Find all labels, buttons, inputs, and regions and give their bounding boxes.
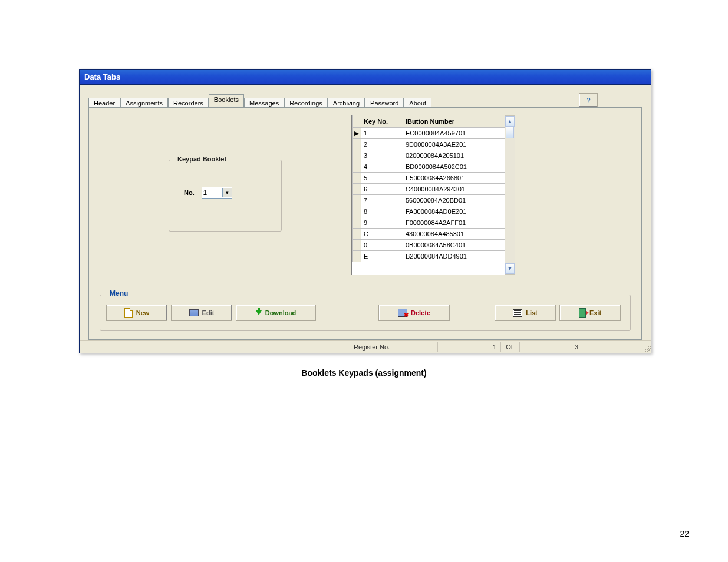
cell-ibutton: C40000084A294301 xyxy=(403,184,505,195)
resize-grip-icon[interactable] xyxy=(641,342,651,352)
list-button-label: List xyxy=(526,309,538,316)
row-selector[interactable] xyxy=(353,240,361,251)
cell-ibutton: E50000084A266801 xyxy=(403,173,505,184)
column-header-key-no[interactable]: Key No. xyxy=(361,115,403,128)
download-button[interactable]: Download xyxy=(236,305,316,321)
cell-key-no: 6 xyxy=(361,184,403,195)
cell-key-no: 8 xyxy=(361,206,403,217)
row-selector[interactable] xyxy=(353,195,361,206)
table-row[interactable]: 29D0000084A3AE201 xyxy=(353,139,505,150)
cell-key-no: 7 xyxy=(361,195,403,206)
status-bar: Register No. 1 Of 3 xyxy=(80,340,651,353)
delete-button-label: Delete xyxy=(411,309,430,316)
download-arrow-icon xyxy=(256,310,262,315)
table-row[interactable]: 8FA0000084AD0E201 xyxy=(353,206,505,217)
cell-key-no: E xyxy=(361,251,403,262)
tab-recorders[interactable]: Recorders xyxy=(168,98,209,108)
row-selector[interactable] xyxy=(353,206,361,217)
edit-icon xyxy=(189,309,199,316)
booklet-no-label: No. xyxy=(184,189,195,196)
row-selector[interactable] xyxy=(353,173,361,184)
status-total: 3 xyxy=(519,342,581,352)
table-row[interactable]: 00B0000084A58C401 xyxy=(353,240,505,251)
list-button[interactable]: List xyxy=(495,305,556,321)
tab-page-booklets: Keypad Booklet No. ▼ Key No. iButt xyxy=(88,107,642,340)
new-button-label: New xyxy=(136,309,150,316)
figure-caption: Booklets Keypads (assignment) xyxy=(0,368,728,378)
table-row[interactable]: 7560000084A20BD01 xyxy=(353,195,505,206)
row-selector[interactable] xyxy=(353,229,361,240)
client-area: ? HeaderAssignmentsRecordersBookletsMess… xyxy=(80,84,651,353)
grid-scrollbar[interactable]: ▲ ▼ xyxy=(505,115,515,275)
tab-assignments[interactable]: Assignments xyxy=(120,98,168,108)
page-number: 22 xyxy=(680,529,689,538)
tab-messages[interactable]: Messages xyxy=(244,98,284,108)
key-grid[interactable]: Key No. iButton Number ▶1EC0000084A45970… xyxy=(351,115,506,275)
tab-about[interactable]: About xyxy=(404,98,431,108)
new-file-icon xyxy=(124,308,133,318)
menu-legend: Menu xyxy=(107,289,130,297)
table-row[interactable]: 6C40000084A294301 xyxy=(353,184,505,195)
row-selector[interactable]: ▶ xyxy=(353,128,361,139)
cell-ibutton: BD0000084A502C01 xyxy=(403,161,505,173)
keypad-booklet-legend: Keypad Booklet xyxy=(175,156,229,163)
list-icon xyxy=(513,309,522,317)
booklet-no-combo[interactable]: ▼ xyxy=(202,187,232,199)
row-selector[interactable] xyxy=(353,150,361,161)
row-selector-header xyxy=(353,115,361,128)
tab-header[interactable]: Header xyxy=(88,98,120,108)
cell-ibutton: F00000084A2AFF01 xyxy=(403,217,505,229)
table-row[interactable]: ▶1EC0000084A459701 xyxy=(353,128,505,139)
table-row[interactable]: C430000084A485301 xyxy=(353,229,505,240)
row-selector[interactable] xyxy=(353,184,361,195)
cell-ibutton: FA0000084AD0E201 xyxy=(403,206,505,217)
edit-button-label: Edit xyxy=(202,309,215,316)
cell-key-no: 9 xyxy=(361,217,403,229)
row-selector[interactable] xyxy=(353,139,361,150)
exit-button[interactable]: Exit xyxy=(559,305,621,321)
scroll-down-icon[interactable]: ▼ xyxy=(505,263,515,274)
column-header-ibutton[interactable]: iButton Number xyxy=(403,115,505,128)
table-row[interactable]: 4BD0000084A502C01 xyxy=(353,161,505,173)
title-text: Data Tabs xyxy=(84,72,120,81)
cell-ibutton: B20000084ADD4901 xyxy=(403,251,505,262)
table-row[interactable]: 9F00000084A2AFF01 xyxy=(353,217,505,229)
cell-key-no: C xyxy=(361,229,403,240)
exit-door-icon xyxy=(579,308,586,318)
table-row[interactable]: EB20000084ADD4901 xyxy=(353,251,505,262)
cell-ibutton: 0B0000084A58C401 xyxy=(403,240,505,251)
delete-button[interactable]: Delete xyxy=(378,305,450,321)
scroll-thumb[interactable] xyxy=(506,127,514,138)
status-register-value: 1 xyxy=(437,342,499,352)
cell-ibutton: 560000084A20BD01 xyxy=(403,195,505,206)
table-row[interactable]: 5E50000084A266801 xyxy=(353,173,505,184)
title-bar[interactable]: Data Tabs xyxy=(80,70,651,84)
tab-booklets[interactable]: Booklets xyxy=(209,94,244,107)
cell-key-no: 5 xyxy=(361,173,403,184)
app-window: Data Tabs ? HeaderAssignmentsRecordersBo… xyxy=(79,69,651,353)
tab-strip: HeaderAssignmentsRecordersBookletsMessag… xyxy=(88,95,642,107)
tab-password[interactable]: Password xyxy=(365,98,404,108)
booklet-no-input[interactable] xyxy=(202,189,222,197)
table-row[interactable]: 3020000084A205101 xyxy=(353,150,505,161)
row-selector[interactable] xyxy=(353,251,361,262)
cell-ibutton: 430000084A485301 xyxy=(403,229,505,240)
row-selector[interactable] xyxy=(353,161,361,173)
status-of-label: Of xyxy=(500,342,518,352)
cell-key-no: 0 xyxy=(361,240,403,251)
key-grid-table: Key No. iButton Number ▶1EC0000084A45970… xyxy=(352,115,505,262)
new-button[interactable]: New xyxy=(106,305,167,321)
cell-key-no: 4 xyxy=(361,161,403,173)
scroll-up-icon[interactable]: ▲ xyxy=(505,116,515,127)
edit-button[interactable]: Edit xyxy=(171,305,232,321)
cell-key-no: 2 xyxy=(361,139,403,150)
keypad-booklet-group: Keypad Booklet No. ▼ xyxy=(169,160,282,232)
tab-recordings[interactable]: Recordings xyxy=(284,98,328,108)
menu-group: Menu New Edit Download xyxy=(100,295,631,331)
chevron-down-icon[interactable]: ▼ xyxy=(222,188,232,197)
tab-archiving[interactable]: Archiving xyxy=(328,98,365,108)
delete-icon xyxy=(398,309,407,317)
row-selector[interactable] xyxy=(353,217,361,229)
cell-ibutton: 9D0000084A3AE201 xyxy=(403,139,505,150)
cell-key-no: 3 xyxy=(361,150,403,161)
